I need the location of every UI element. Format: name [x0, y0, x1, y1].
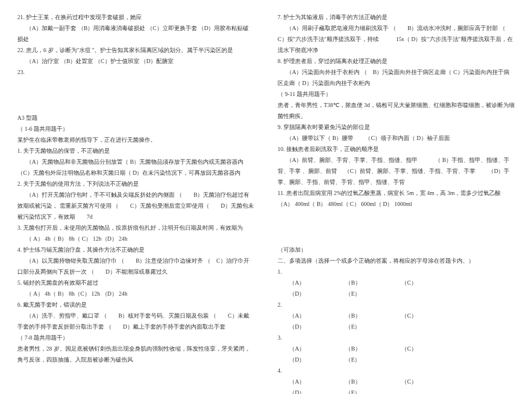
q10-options: （A）前臂、腕部、手背、手掌、手指、指缝、指甲 （ B）手指、指甲、指缝、手背、…	[278, 154, 515, 187]
q9-stem: 9. 穿脱隔离衣时要避免污染的部位是	[278, 121, 515, 132]
shared3-note: （ 9-11 题共用题干）	[278, 89, 515, 100]
q10-stem: 10. 接触患者后刷洗双手，正确的顺序是	[278, 143, 515, 154]
m1-row2: （D） （E）	[289, 288, 515, 299]
m2-optB: （B）	[345, 310, 361, 321]
a3-q1-options: （A）无菌物品和非无菌物品分别放置（ B）无菌物品须存放于无菌包内或无菌容器内 …	[17, 156, 254, 178]
a3-q3-stem: 3. 无菌包打开后，未使用的无菌物品，按原折痕包扎好，注明开包日期及时间，有效期…	[17, 222, 254, 233]
m1-optA: （A）	[289, 277, 305, 288]
q7-stem: 7. 护士为其输液后，消毒手的方法正确的是	[278, 12, 515, 23]
q9-options: （A）腰带以下（ B）腰带 （C）领子和内面（ D）袖子后面	[278, 132, 515, 143]
m1-row1: （A） （B） （C）	[289, 277, 515, 288]
m3-optB: （B）	[345, 343, 361, 354]
a3-shared2-note: （ 7-8 题共用题干）	[17, 332, 254, 343]
m3-num: 3.	[278, 332, 515, 343]
add-note: （可添加）	[278, 244, 515, 255]
m3-row1: （A） （B） （C）	[289, 343, 515, 354]
m1-optB: （B）	[345, 277, 361, 288]
m1-optE: （E）	[345, 288, 360, 299]
m2-row1: （A） （B） （C）	[289, 310, 515, 321]
a3-q5-options: （ A） 4h（ B） 8h（C） 12h （D） 24h	[17, 288, 254, 299]
m2-optC: （C）	[401, 310, 417, 321]
a3-stem2: 患者男性，28 岁。因足底被锈钉刺伤后出现全身肌肉强制性收缩，阵发性痉挛，牙关紧…	[17, 343, 254, 365]
m3-optC: （C）	[401, 343, 417, 354]
q7-options: （A）用刷子蘸取肥皂液用力细刷洗双手 （ B）流动水冲洗时，腕部应高于肘部 （ …	[278, 23, 515, 56]
a3-q4-stem: 4. 护士练习铺无菌治疗盘，其操作方法不正确的是	[17, 244, 254, 255]
a3-q1-stem: 1. 关于无菌物品的保管，不正确的是	[17, 145, 254, 156]
m1-num: 1.	[278, 266, 515, 277]
m2-optD: （D）	[289, 321, 305, 332]
q21-stem: 21. 护士王某，在换药过程中发现手套破损，她应	[17, 12, 254, 23]
m4-row1: （A） （B） （C）	[289, 376, 515, 387]
m4-optE: （E）	[345, 387, 360, 394]
stem3: 患者，青年男性，T38℃，脓血便 3d，镜检可见大量脓细胞、红细胞和吞噬细胞，被…	[278, 100, 515, 121]
m3-row2: （D） （E）	[289, 354, 515, 365]
q22-stem: 22. 患儿，6 岁，诊断为"水痘 "。护士告知其家长隔离区域的划分。属于半污染…	[17, 45, 254, 56]
m2-row2: （D） （E）	[289, 321, 515, 332]
m4-optA: （A）	[289, 376, 305, 387]
m4-optB: （B）	[345, 376, 361, 387]
m2-num: 2.	[278, 299, 515, 310]
q11-stem: 11. 患者出院后病室用 2%的过氧乙酸熏蒸，病室长 5m，宽 4m，高 3m，…	[278, 187, 515, 209]
a3-stem: 某护生在临床带教老师的指导下，正在进行无菌操作。	[17, 134, 254, 145]
m1-optC: （C）	[401, 277, 417, 288]
left-column: 21. 护士王某，在换药过程中发现手套破损，她应 （A）加戴一副手套 （B）用消…	[17, 12, 254, 394]
q21-options: （A）加戴一副手套 （B）用消毒液消毒破损处 （C）立即更换手套 （D）用胶布粘…	[17, 23, 254, 45]
q8-options: （A）污染面向外挂于衣柜内 （ B）污染面向外挂于病区走廊（ C）污染面向内挂于…	[278, 67, 515, 89]
a3-q4-options: （A）以无菌持物钳夹取无菌治疗巾 （ B）注意使治疗巾边缘对齐 （ C）治疗巾开…	[17, 255, 254, 277]
a3-q2-stem: 2. 关于无菌包的使用方法，下列说法不正确的是	[17, 178, 254, 189]
a3-q3-options: （ A） 4h（ B） 8h（ C） 12h（D） 24h	[17, 233, 254, 244]
m4-row2: （D） （E）	[289, 387, 515, 394]
m3-optE: （E）	[345, 354, 360, 365]
q8-stem: 8. 护理患者后，穿过的隔离衣处理正确的是	[278, 56, 515, 67]
spacer	[278, 209, 515, 244]
q23-stem: 23.	[17, 67, 254, 78]
a3-q2-options: （A）打开无菌治疗包时，手不可触及尖端反折处的内侧面 （ B）无菌治疗包超过有效…	[17, 189, 254, 222]
page: 21. 护士王某，在换药过程中发现手套破损，她应 （A）加戴一副手套 （B）用消…	[17, 12, 515, 394]
a3-shared-note: （ 1-6 题共用题干）	[17, 123, 254, 134]
m2-optA: （A）	[289, 310, 305, 321]
spacer	[17, 78, 254, 112]
m2-optE: （E）	[345, 321, 360, 332]
a3-title: A3 型题	[17, 112, 254, 123]
multi-title: 二、多项选择（选择一个或多个正确的答案，将相应的字母涂在答题卡内。）	[278, 255, 515, 266]
m3-optA: （A）	[289, 343, 305, 354]
m3-optD: （D）	[289, 354, 305, 365]
a3-q6-options: （A）洗手、剪指甲、戴口罩 （ B）核对手套号码、灭菌日期及包装 （ C）未戴手…	[17, 310, 254, 332]
a3-q6-stem: 6. 戴无菌手套时，错误的是	[17, 299, 254, 310]
q22-options: （A）治疗室 （B）处置室 （C）护士值班室 （D）配膳室	[17, 56, 254, 67]
m1-optD: （D）	[289, 288, 305, 299]
m4-num: 4.	[278, 365, 515, 376]
right-column: 7. 护士为其输液后，消毒手的方法正确的是 （A）用刷子蘸取肥皂液用力细刷洗双手…	[278, 12, 515, 394]
m4-optC: （C）	[401, 376, 417, 387]
a3-q5-stem: 5. 铺好的无菌盘的有效期不超过	[17, 277, 254, 288]
m4-optD: （D）	[289, 387, 305, 394]
